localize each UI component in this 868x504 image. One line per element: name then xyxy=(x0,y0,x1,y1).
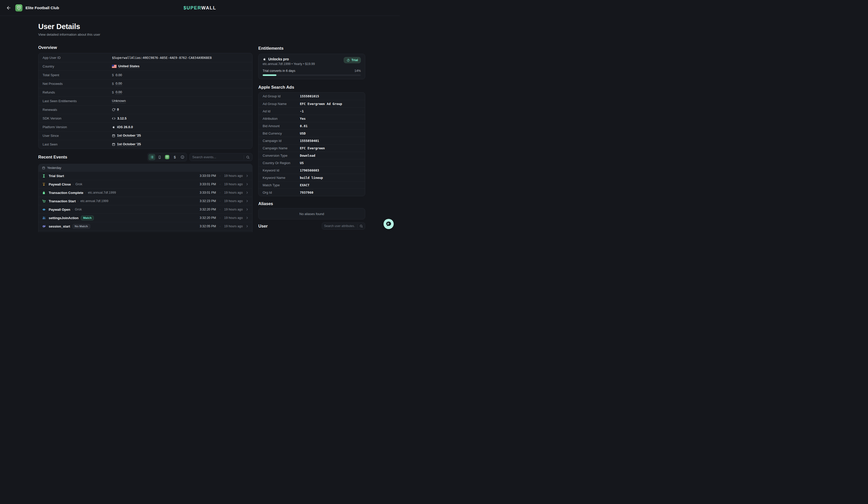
dot-separator: · xyxy=(73,182,74,186)
table-row: Country United States xyxy=(39,62,252,71)
trial-converts-text: Trial converts in 6 days xyxy=(263,69,295,73)
event-row[interactable]: Paywall Open · Grok 3:32:20 PM · 19 hour… xyxy=(39,205,252,213)
aliases-empty-text: No aliases found xyxy=(299,212,324,216)
row-label: Campaign Id xyxy=(263,139,300,143)
row-label: User Since xyxy=(43,134,112,138)
user-heading: User xyxy=(258,224,268,229)
row-label: Ad Id xyxy=(263,109,300,113)
event-time: 3:32:20 PM xyxy=(200,216,216,220)
table-row: Net Proceeds $0.00 xyxy=(39,79,252,88)
row-label: Campaign Name xyxy=(263,146,300,150)
event-row[interactable]: Transaction Start · etc.annual.7df.1999 … xyxy=(39,197,252,205)
user-attributes-search xyxy=(322,222,365,230)
events-list: Yesterday Trial Start 3:33:03 PM · 19 ho… xyxy=(38,164,252,232)
back-button[interactable] xyxy=(6,6,11,10)
platform-version-value: iOS 26.0.0 xyxy=(117,125,133,129)
event-time: 3:32:23 PM xyxy=(200,199,216,203)
event-ago: 19 hours ago xyxy=(224,216,243,220)
chevron-right-icon xyxy=(246,174,249,177)
currency-symbol: $ xyxy=(112,82,114,86)
filter-all-events-button[interactable] xyxy=(148,154,155,160)
divider xyxy=(357,224,358,228)
main-content: User Details View detailed information a… xyxy=(0,16,400,232)
filter-app-events-button[interactable] xyxy=(164,154,170,160)
currency-symbol: $ xyxy=(112,73,114,77)
page-title: User Details xyxy=(38,22,252,31)
event-row[interactable]: Transaction Complete · etc.annual.7df.19… xyxy=(39,188,252,197)
event-name: Paywall Close xyxy=(49,182,71,186)
table-row: Campaign Id1555850401 xyxy=(259,137,365,144)
page-subtitle: View detailed information about this use… xyxy=(38,33,252,36)
table-row: Platform Version iOS 26.0.0 xyxy=(39,123,252,131)
row-value: Download xyxy=(300,154,315,157)
last-seen-entitlements-value: Unknown xyxy=(112,99,126,103)
row-value: build lineup xyxy=(300,176,323,180)
chevron-right-icon xyxy=(246,191,249,194)
row-value: EXACT xyxy=(300,183,310,187)
table-row: User Since 1st October '25 xyxy=(39,131,252,140)
smartphone-icon xyxy=(158,155,162,159)
filter-info-events-button[interactable] xyxy=(179,154,186,160)
refunds-value: 0.00 xyxy=(115,90,122,95)
entitlements-heading: Entitlements xyxy=(258,46,365,51)
net-proceeds-value: 0.00 xyxy=(115,82,122,86)
event-ago: 19 hours ago xyxy=(224,191,243,195)
event-filter-toolbar: $ xyxy=(147,153,187,161)
event-name: settingsJoinAction xyxy=(49,216,79,220)
table-row: Ad Group NameEFC Evergreen Ad Group xyxy=(259,100,365,107)
event-time: 3:33:01 PM xyxy=(200,191,216,195)
row-label: Match Type xyxy=(263,183,300,187)
dollar-icon: $ xyxy=(174,155,176,159)
table-row: App User ID $SuperwallAlias:40EC9876-A85… xyxy=(39,53,252,62)
last-seen-value: 1st October '25 xyxy=(117,142,141,147)
event-row[interactable]: session_start No Match 3:32:05 PM · 19 h… xyxy=(39,222,252,230)
row-label: Bid Currency xyxy=(263,132,300,135)
entitlement-meta: etc.annual.7df.1999 • Yearly • $19.99 xyxy=(263,62,315,66)
event-name: Transaction Start xyxy=(49,199,76,203)
list-icon xyxy=(150,155,154,159)
row-value: 1555801015 xyxy=(300,94,319,98)
search-icon xyxy=(246,155,250,159)
currency-symbol: $ xyxy=(112,91,114,94)
eye-off-icon xyxy=(42,224,46,228)
row-value: -1 xyxy=(300,109,304,113)
code-icon xyxy=(112,117,115,120)
apple-icon xyxy=(112,125,115,129)
dot-separator: · xyxy=(219,174,220,178)
row-value: 0.81 xyxy=(300,124,308,128)
event-secondary: etc.annual.7df.1999 xyxy=(88,191,116,195)
dot-separator: · xyxy=(85,191,86,195)
event-row[interactable]: Session Start 3:32:05 PM · 19 hours ago xyxy=(39,230,252,232)
event-name: Paywall Open xyxy=(49,208,70,211)
event-row[interactable]: Paywall Close · Grok 3:33:01 PM · 19 hou… xyxy=(39,180,252,188)
country-value: United States xyxy=(118,64,140,69)
event-row[interactable]: Trial Start 3:33:03 PM · 19 hours ago xyxy=(39,171,252,180)
support-chat-button[interactable] xyxy=(383,219,394,229)
superwall-logo[interactable]: $UPERWALL xyxy=(184,5,217,10)
row-value: Yes xyxy=(300,117,306,120)
back-arrow-icon xyxy=(6,6,11,10)
app-name: Elite Football Club xyxy=(25,6,59,10)
table-row: Bid Amount0.81 xyxy=(259,122,365,129)
event-row[interactable]: settingsJoinAction Match 3:32:20 PM · 19… xyxy=(39,213,252,222)
row-label: SDK Version xyxy=(43,116,112,120)
apple-icon xyxy=(263,57,266,61)
app-logo-icon xyxy=(165,155,169,159)
logo-secondary: WALL xyxy=(201,5,216,10)
user-attributes-search-input[interactable] xyxy=(324,224,355,228)
refresh-icon xyxy=(112,108,115,111)
table-row: Org Id7937960 xyxy=(259,189,365,196)
chevron-right-icon xyxy=(246,208,249,211)
event-secondary: Grok xyxy=(75,208,82,211)
row-label: Attribution xyxy=(263,117,300,120)
event-name: Transaction Complete xyxy=(49,191,83,195)
filter-device-events-button[interactable] xyxy=(156,154,163,160)
events-search-input[interactable] xyxy=(192,155,242,159)
filter-revenue-events-button[interactable]: $ xyxy=(171,154,178,160)
event-ago: 19 hours ago xyxy=(224,174,243,178)
event-time: 3:33:01 PM xyxy=(200,182,216,186)
app-user-id-value: $SuperwallAlias:40EC9876-A85E-4AE9-8762-… xyxy=(112,56,211,60)
event-time: 3:32:20 PM xyxy=(200,208,216,211)
arrow-down-to-line-icon xyxy=(42,182,46,186)
top-bar: Elite Football Club $UPERWALL xyxy=(0,0,400,16)
